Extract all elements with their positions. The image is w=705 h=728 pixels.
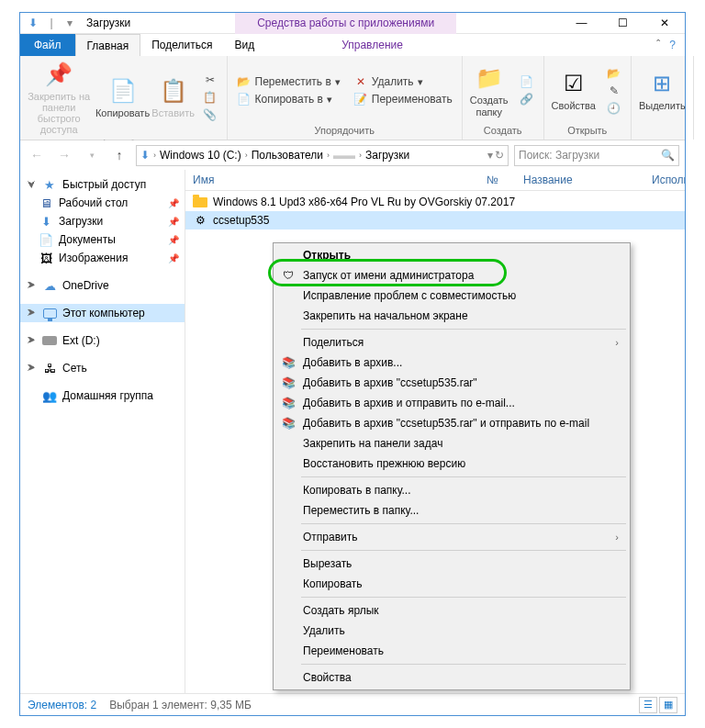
tab-home[interactable]: Главная [75, 34, 141, 56]
ctx-shortcut[interactable]: Создать ярлык [275, 600, 628, 621]
nav-onedrive[interactable]: ⮞☁OneDrive [20, 276, 185, 295]
ctx-pin-task[interactable]: Закрепить на панели задач [275, 433, 628, 454]
ctx-compat[interactable]: Исправление проблем с совместимостью [275, 286, 628, 306]
col-number[interactable]: № [487, 174, 523, 186]
back-button[interactable]: ← [26, 144, 48, 166]
ctx-restore[interactable]: Восстановить прежнюю версию [275, 454, 628, 474]
rename-button[interactable]: 📝Переименовать [350, 91, 456, 107]
copy-path-small-button[interactable]: 📋 [199, 89, 221, 106]
ribbon-collapse-icon[interactable]: ˆ [656, 39, 660, 51]
ctx-send-to[interactable]: Отправить› [275, 527, 628, 547]
new-folder-button[interactable]: 📁Создать папку [466, 62, 512, 118]
titlebar: ⬇ | ▾ Загрузки Средства работы с приложе… [20, 13, 685, 34]
tab-file[interactable]: Файл [20, 34, 75, 56]
ctx-rename[interactable]: Переименовать [275, 641, 628, 661]
nav-homegroup[interactable]: 👥Домашняя группа [20, 386, 185, 405]
select-button[interactable]: ⊞Выделить [635, 67, 689, 113]
ctx-copy[interactable]: Копировать [275, 574, 628, 594]
status-count: Элементов: 2 [28, 699, 96, 711]
open-group-label: Открыть [548, 123, 627, 138]
archive-icon: 📚 [281, 396, 296, 410]
tab-view[interactable]: Вид [223, 34, 265, 56]
paste-shortcut-small-button[interactable]: 📎 [199, 106, 221, 123]
copy-to-button[interactable]: 📄Копировать в ▾ [233, 91, 344, 107]
crumb-root[interactable]: Windows 10 (C:) [160, 149, 241, 162]
column-headers[interactable]: Имя № Название Исполнит [185, 170, 685, 191]
new-group-label: Создать [466, 123, 540, 138]
file-row[interactable]: Windows 8.1 Upd3 x86-x64 Pro VL Ru by OV… [185, 193, 685, 211]
ctx-add-email[interactable]: 📚Добавить в архив и отправить по e-mail.… [275, 393, 628, 413]
status-selected: Выбран 1 элемент: 9,35 МБ [109, 699, 252, 711]
location-icon: ⬇ [140, 149, 150, 162]
organize-group-label: Упорядочить [231, 123, 458, 138]
pin-icon: 📌 [168, 235, 179, 245]
exe-icon: ⚙ [193, 213, 207, 228]
delete-button[interactable]: ✕Удалить ▾ [350, 73, 456, 90]
ctx-copy-folder[interactable]: Копировать в папку... [275, 480, 628, 500]
ctx-open[interactable]: Открыть [275, 245, 628, 265]
ctx-add-archive[interactable]: 📚Добавить в архив... [275, 353, 628, 373]
recent-button[interactable]: ▾ [81, 144, 103, 166]
tab-manage[interactable]: Управление [330, 34, 414, 56]
search-placeholder: Поиск: Загрузки [519, 149, 599, 162]
edit-button[interactable]: ✎ [603, 83, 625, 99]
history-button[interactable]: 🕘 [603, 100, 625, 117]
tab-share[interactable]: Поделиться [140, 34, 223, 56]
ctx-cut[interactable]: Вырезать [275, 554, 628, 574]
view-details-button[interactable]: ☰ [639, 697, 657, 713]
cut-small-button[interactable]: ✂ [199, 72, 221, 88]
open-button[interactable]: 📂 [603, 65, 625, 82]
chevron-right-icon: › [615, 337, 619, 348]
ribbon: 📌Закрепить на панели быстрого доступа 📄К… [20, 56, 685, 140]
qat-dropdown-icon[interactable]: ▾ [62, 16, 77, 30]
nav-pictures[interactable]: 🖼Изображения📌 [20, 249, 185, 267]
nav-downloads[interactable]: ⬇Загрузки📌 [20, 212, 185, 230]
up-button[interactable]: ↑ [108, 144, 130, 166]
ctx-pin-start[interactable]: Закрепить на начальном экране [275, 306, 628, 326]
view-icons-button[interactable]: ▦ [659, 697, 677, 713]
maximize-button[interactable]: ☐ [602, 13, 643, 33]
file-row[interactable]: ⚙ ccsetup535 [185, 211, 685, 230]
search-input[interactable]: Поиск: Загрузки 🔍 [514, 145, 679, 166]
crumb-downloads[interactable]: Загрузки [365, 149, 409, 162]
app-icon: ⬇ [26, 16, 40, 30]
easy-access-button[interactable]: 🔗 [516, 91, 538, 107]
properties-button[interactable]: ☑Свойства [548, 67, 599, 113]
ctx-run-as-admin[interactable]: 🛡Запуск от имени администратора [275, 265, 628, 286]
crumb-users[interactable]: Пользователи [252, 149, 323, 162]
help-icon[interactable]: ? [669, 39, 676, 51]
crumb-user[interactable]: ▬▬ [333, 149, 355, 162]
nav-quick-access[interactable]: ⮟★Быстрый доступ [20, 175, 185, 194]
file-name: ccsetup535 [213, 214, 269, 227]
nav-this-pc[interactable]: ⮞Этот компьютер [20, 304, 185, 322]
copy-button[interactable]: 📄Копировать [95, 74, 150, 120]
explorer-window: ⬇ | ▾ Загрузки Средства работы с приложе… [19, 12, 686, 716]
archive-icon: 📚 [281, 416, 296, 431]
nav-network[interactable]: ⮞🖧Сеть [20, 359, 185, 377]
new-item-button[interactable]: 📄 [516, 73, 538, 90]
col-title[interactable]: Название [523, 174, 652, 186]
col-artists[interactable]: Исполнит [652, 174, 685, 186]
ctx-move-folder[interactable]: Переместить в папку... [275, 500, 628, 521]
nav-documents[interactable]: 📄Документы📌 [20, 230, 185, 249]
history-drop-icon[interactable]: ▾ [487, 149, 493, 162]
ctx-share[interactable]: Поделиться› [275, 332, 628, 353]
nav-desktop[interactable]: 🖥Рабочий стол📌 [20, 194, 185, 212]
pin-quick-access-button[interactable]: 📌Закрепить на панели быстрого доступа [24, 58, 94, 137]
refresh-icon[interactable]: ↻ [495, 149, 504, 162]
ctx-properties[interactable]: Свойства [275, 667, 628, 688]
minimize-button[interactable]: — [561, 13, 602, 33]
col-name[interactable]: Имя [193, 174, 487, 186]
ctx-delete[interactable]: Удалить [275, 621, 628, 641]
move-to-button[interactable]: 📂Переместить в ▾ [233, 73, 344, 90]
nav-ext-drive[interactable]: ⮞Ext (D:) [20, 331, 185, 350]
close-button[interactable]: ✕ [643, 13, 685, 33]
breadcrumb[interactable]: ⬇ › Windows 10 (C:)› Пользователи› ▬▬› З… [136, 145, 509, 166]
ctx-add-rar-email[interactable]: 📚Добавить в архив "ccsetup535.rar" и отп… [275, 413, 628, 433]
folder-icon [193, 195, 207, 209]
forward-button[interactable]: → [53, 144, 75, 166]
ctx-add-rar[interactable]: 📚Добавить в архив "ccsetup535.rar" [275, 373, 628, 393]
paste-button[interactable]: 📋Вставить [151, 74, 196, 120]
shield-icon: 🛡 [281, 268, 296, 283]
file-name: Windows 8.1 Upd3 x86-x64 Pro VL Ru by OV… [213, 196, 515, 208]
